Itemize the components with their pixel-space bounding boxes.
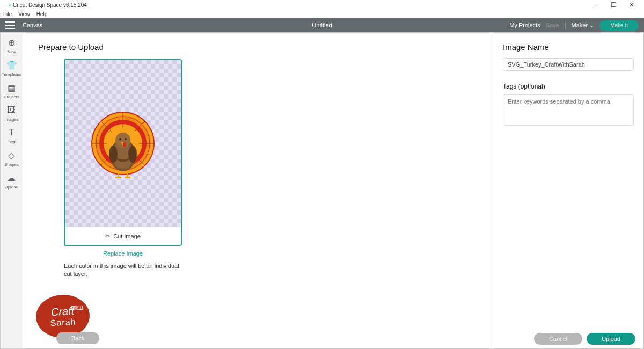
app-title: Cricut Design Space v6.15.204	[13, 2, 87, 8]
scissors-icon: ✂	[105, 232, 110, 239]
svg-point-16	[109, 146, 118, 163]
grid-icon: ▦	[6, 82, 17, 93]
image-icon: 🖼	[6, 105, 17, 115]
plus-circle-icon: ⊕	[6, 37, 17, 48]
turkey-image	[85, 103, 160, 184]
close-button[interactable]: ✕	[623, 1, 641, 9]
upload-button[interactable]: Upload	[587, 333, 635, 345]
make-it-button[interactable]: Make It	[599, 20, 639, 31]
canvas-label[interactable]: Canvas	[23, 22, 42, 28]
sidebar-item-label: Upload	[5, 185, 18, 190]
cut-image-label: Cut Image	[113, 233, 141, 239]
left-pane: Prepare to Upload	[23, 33, 493, 348]
sidebar-item-label: New	[7, 49, 16, 54]
badge-line2: Sarah	[50, 317, 76, 328]
sidebar-item-label: Projects	[4, 94, 19, 99]
svg-point-20	[125, 138, 127, 140]
sidebar-item-label: Text	[8, 140, 16, 144]
menu-file[interactable]: File	[3, 11, 12, 17]
cloud-upload-icon: ☁	[6, 172, 17, 183]
svg-point-19	[119, 138, 121, 140]
svg-rect-22	[118, 170, 119, 177]
shapes-icon: ◇	[6, 150, 17, 161]
hamburger-icon[interactable]	[5, 21, 15, 29]
maximize-button[interactable]: ☐	[604, 1, 623, 9]
sidebar-item-label: Templates	[2, 72, 21, 77]
chevron-down-icon: ⌄	[589, 22, 594, 28]
main-area: Prepare to Upload	[23, 33, 643, 348]
cut-image-row[interactable]: ✂ Cut Image	[65, 227, 181, 245]
sidebar-item-projects[interactable]: ▦Projects	[4, 82, 19, 99]
right-pane: Image Name Tags (optional) Cancel Upload	[493, 33, 643, 348]
menubar: File View Help	[0, 10, 644, 18]
shirt-icon: 👕	[6, 60, 17, 70]
separator: |	[565, 22, 566, 28]
upload-preview-card: ✂ Cut Image	[64, 59, 182, 246]
sidebar-item-shapes[interactable]: ◇Shapes	[4, 150, 19, 167]
svg-rect-24	[115, 177, 121, 178]
sidebar-item-label: Shapes	[4, 162, 19, 167]
helper-text: Each color in this image will be an indi…	[64, 262, 182, 279]
body: ⊕New 👕Templates ▦Projects 🖼Images TText …	[0, 32, 644, 349]
app-logo-icon: ⟶	[3, 2, 11, 8]
left-sidebar: ⊕New 👕Templates ▦Projects 🖼Images TText …	[1, 33, 23, 348]
tags-input[interactable]	[503, 94, 634, 126]
replace-image-link[interactable]: Replace Image	[64, 250, 182, 257]
menu-view[interactable]: View	[18, 11, 30, 17]
my-projects-link[interactable]: My Projects	[509, 22, 540, 28]
image-name-input[interactable]	[503, 58, 634, 71]
tags-label: Tags (optional)	[503, 83, 634, 90]
sidebar-item-images[interactable]: 🖼Images	[4, 105, 18, 122]
toolbar: Canvas Untitled My Projects Save | Maker…	[0, 18, 644, 32]
page-title: Prepare to Upload	[38, 42, 478, 52]
document-title: Untitled	[312, 22, 332, 28]
svg-point-17	[128, 146, 137, 163]
minimize-button[interactable]: –	[586, 1, 604, 9]
menu-help[interactable]: Help	[36, 11, 48, 17]
badge-with: WITH	[71, 306, 83, 310]
svg-point-21	[123, 142, 126, 147]
sidebar-item-upload[interactable]: ☁Upload	[5, 172, 18, 190]
back-button[interactable]: Back	[56, 332, 99, 344]
sidebar-item-new[interactable]: ⊕New	[6, 37, 17, 54]
cancel-button[interactable]: Cancel	[534, 333, 582, 345]
window-titlebar: ⟶ Cricut Design Space v6.15.204 – ☐ ✕	[0, 0, 644, 10]
sidebar-item-text[interactable]: TText	[6, 127, 17, 144]
svg-rect-23	[127, 170, 128, 177]
image-name-heading: Image Name	[503, 42, 634, 52]
save-button[interactable]: Save	[546, 22, 559, 28]
machine-selector[interactable]: Maker ⌄	[572, 22, 595, 29]
transparency-preview	[65, 60, 181, 227]
sidebar-item-label: Images	[4, 117, 18, 122]
text-icon: T	[6, 127, 17, 138]
sidebar-item-templates[interactable]: 👕Templates	[2, 60, 21, 77]
svg-rect-25	[125, 177, 130, 178]
